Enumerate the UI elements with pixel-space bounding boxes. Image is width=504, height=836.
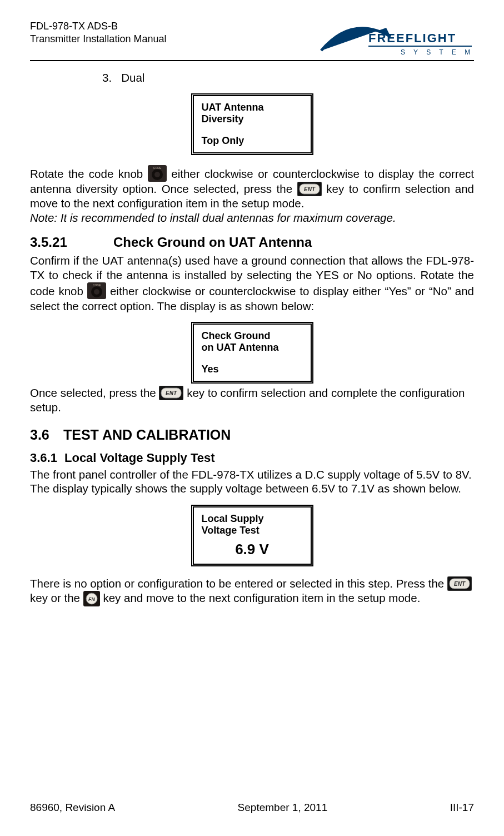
display-voltage: Local Supply Voltage Test 6.9 V xyxy=(191,505,313,566)
svg-text:ENT: ENT xyxy=(454,581,466,587)
logo-text-bottom: S Y S T E M S xyxy=(401,48,474,56)
note: Note: It is recommended to install dual … xyxy=(30,211,474,225)
paragraph: Once selected, press the ENT key to conf… xyxy=(30,386,474,415)
display-line: Diversity xyxy=(202,113,303,125)
display-line: Top Only xyxy=(202,135,303,147)
ent-key-icon: ENT xyxy=(447,576,472,591)
svg-text:ENT: ENT xyxy=(166,390,177,396)
paragraph: Confirm if the UAT antenna(s) used have … xyxy=(30,253,474,313)
heading-3-6-1: 3.6.1Local Voltage Supply Test xyxy=(30,451,474,465)
list-label: Dual xyxy=(121,71,144,84)
footer-page: III-17 xyxy=(450,802,474,814)
heading-number: 3.6.1 xyxy=(30,451,64,465)
display-line: on UAT Antenna xyxy=(202,342,303,354)
heading-3-5-21: 3.5.21Check Ground on UAT Antenna xyxy=(30,235,474,250)
svg-text:CODE: CODE xyxy=(153,166,162,170)
heading-title: Local Voltage Supply Test xyxy=(64,451,215,465)
heading-title: Check Ground on UAT Antenna xyxy=(113,235,312,250)
ent-key-icon: ENT xyxy=(297,182,322,196)
display-line: Yes xyxy=(202,364,303,375)
svg-text:FN: FN xyxy=(88,596,95,602)
logo-text-top: FREEFLIGHT xyxy=(368,31,456,45)
footer-left: 86960, Revision A xyxy=(30,802,115,814)
doc-header: FDL-978-TX ADS-B Transmitter Installatio… xyxy=(30,20,166,45)
paragraph: There is no option or configuration to b… xyxy=(30,576,474,606)
heading-3-6: 3.6TEST AND CALIBRATION xyxy=(30,427,474,443)
svg-point-10 xyxy=(94,289,99,295)
svg-text:ENT: ENT xyxy=(304,186,316,192)
heading-title: TEST AND CALIBRATION xyxy=(63,427,231,442)
display-line: Voltage Test xyxy=(202,525,303,536)
footer-date: September 1, 2011 xyxy=(238,802,328,814)
header-divider xyxy=(30,60,474,61)
paragraph: The front panel controller of the FDL-97… xyxy=(30,467,474,496)
doc-header-line1: FDL-978-TX ADS-B xyxy=(30,20,166,33)
heading-number: 3.5.21 xyxy=(30,235,113,250)
list-number: 3. xyxy=(102,71,112,84)
display-line: UAT Antenna xyxy=(202,102,303,113)
voltage-value: 6.9 V xyxy=(202,541,303,558)
svg-rect-0 xyxy=(368,46,472,47)
freeflight-logo: FREEFLIGHT S Y S T E M S xyxy=(318,20,474,59)
heading-number: 3.6 xyxy=(30,427,63,443)
list-item-dual: 3. Dual xyxy=(102,71,474,84)
display-uat-diversity: UAT Antenna Diversity Top Only xyxy=(191,93,313,155)
display-line: Check Ground xyxy=(202,330,303,342)
display-check-ground: Check Ground on UAT Antenna Yes xyxy=(191,322,313,384)
svg-text:CODE: CODE xyxy=(93,283,101,287)
doc-header-line2: Transmitter Installation Manual xyxy=(30,33,166,46)
fn-key-icon: FN xyxy=(83,591,100,606)
ent-key-icon: ENT xyxy=(159,386,183,400)
code-knob-icon: CODE xyxy=(148,165,167,182)
paragraph: Rotate the code knob CODE either clockwi… xyxy=(30,165,474,211)
page-footer: 86960, Revision A September 1, 2011 III-… xyxy=(30,802,474,814)
display-line: Local Supply xyxy=(202,513,303,525)
svg-point-3 xyxy=(154,172,160,177)
code-knob-icon: CODE xyxy=(87,282,106,299)
